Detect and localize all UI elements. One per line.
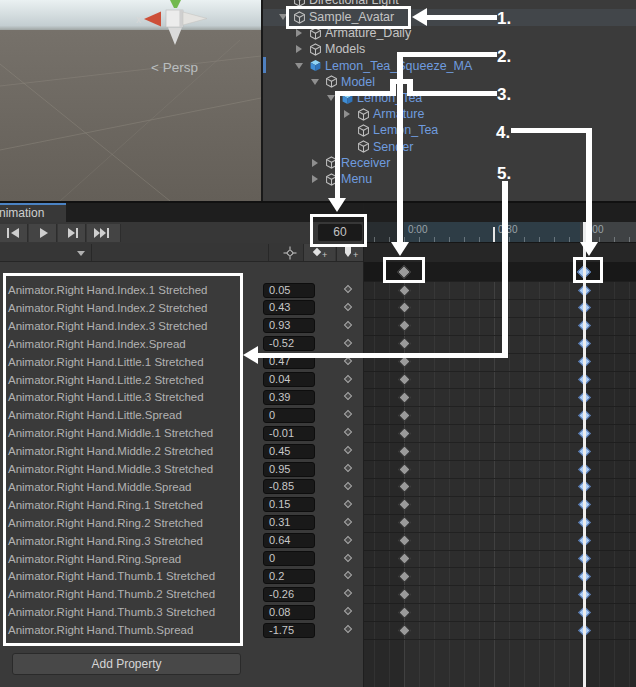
keyframe-toggle-icon[interactable]	[344, 446, 352, 454]
annotation-line-2h	[397, 52, 497, 57]
property-value-field[interactable]: 0.45	[263, 444, 315, 459]
play-button[interactable]	[29, 224, 57, 242]
hierarchy-item-sender[interactable]: Sender	[263, 139, 636, 155]
property-value-field[interactable]: -1.75	[263, 623, 315, 638]
expand-arrow-icon[interactable]	[344, 110, 350, 118]
tab-animation[interactable]: Animation	[0, 205, 66, 222]
hierarchy-item-label: Sender	[373, 139, 413, 155]
play-icon	[35, 225, 53, 241]
property-value-field[interactable]: 0.08	[263, 605, 315, 620]
timeline-ruler[interactable]: 0:000:301:00	[364, 222, 636, 243]
property-value-field[interactable]: 0	[263, 408, 315, 423]
hierarchy-item-model[interactable]: Model	[263, 74, 636, 90]
annotation-box-sample-avatar	[286, 6, 411, 29]
gridline	[494, 262, 495, 687]
keyframe-toggle-icon[interactable]	[344, 500, 352, 508]
scene-orientation-gizmo[interactable]: x	[130, 0, 220, 58]
clip-dropdown[interactable]	[0, 243, 91, 261]
keyframe-toggle-icon[interactable]	[344, 571, 352, 579]
property-value-field[interactable]: -0.52	[263, 336, 315, 351]
go-to-last-frame-button[interactable]	[87, 224, 121, 242]
property-value-field[interactable]: 0.43	[263, 300, 315, 315]
hierarchy-item-lemon-tea-squeeze-ma[interactable]: Lemon_Tea_Squeeze_MA	[263, 58, 636, 74]
expand-arrow-icon[interactable]	[312, 175, 318, 183]
annotation-line-4h	[511, 128, 592, 133]
svg-text:+: +	[353, 250, 358, 260]
ruler-label: 0:00	[408, 224, 427, 235]
add-property-button[interactable]: Add Property	[12, 653, 241, 675]
annotation-arrowhead-2	[391, 242, 409, 256]
property-value-field[interactable]: -0.26	[263, 587, 315, 602]
collapse-arrow-icon[interactable]	[311, 79, 319, 85]
gridline	[554, 262, 555, 687]
hierarchy-panel: Directional LightSample_AvatarArmature_D…	[263, 0, 636, 201]
keyframe-toggle-icon[interactable]	[344, 356, 352, 364]
annotation-arrowhead-1	[412, 8, 427, 26]
annotation-line-5v	[502, 181, 508, 358]
expand-arrow-icon[interactable]	[296, 45, 302, 53]
keyframe-toggle-icon[interactable]	[344, 392, 352, 400]
property-value-field[interactable]: 0.05	[263, 283, 315, 298]
keyframe-toggle-icon[interactable]	[344, 482, 352, 490]
annotation-box-frame-field	[310, 214, 367, 247]
gridline	[524, 262, 525, 687]
property-value-field[interactable]: -0.01	[263, 426, 315, 441]
keyframe-toggle-icon[interactable]	[344, 303, 352, 311]
property-value-field[interactable]: 0.93	[263, 318, 315, 333]
tab-animation-label: Animation	[0, 206, 44, 220]
annotation-arrowhead-3	[328, 198, 346, 212]
keyframe-toggle-icon[interactable]	[344, 589, 352, 597]
property-value-field[interactable]: 0.04	[263, 372, 315, 387]
ruler-label: 0:30	[498, 224, 517, 235]
property-value-field[interactable]: 0.95	[263, 462, 315, 477]
expand-arrow-icon[interactable]	[296, 29, 302, 37]
post-clip-shade	[585, 262, 636, 687]
keyframe-toggle-icon[interactable]	[344, 625, 352, 633]
property-value-field[interactable]: 0	[263, 551, 315, 566]
property-value-field[interactable]: 0.2	[263, 569, 315, 584]
annotation-arrowhead-5	[243, 346, 258, 364]
scene-view[interactable]: x < Persp	[0, 0, 261, 201]
go-to-first-frame-button[interactable]	[0, 224, 28, 242]
go-to-last-frame-icon	[92, 225, 114, 241]
hierarchy-item-menu[interactable]: Menu	[263, 171, 636, 187]
property-value-field[interactable]: 0.64	[263, 533, 315, 548]
annotation-line-3v	[335, 91, 341, 199]
keyframe-toggle-icon[interactable]	[344, 535, 352, 543]
annotation-box-start-keyframe	[383, 257, 425, 283]
keyframe-toggle-icon[interactable]	[344, 374, 352, 382]
gridline	[449, 262, 450, 687]
chevron-down-icon	[77, 251, 85, 256]
hierarchy-item-label: Models	[325, 41, 365, 57]
next-frame-button[interactable]	[58, 224, 86, 242]
keyframe-toggle-icon[interactable]	[344, 464, 352, 472]
keyframe-toggle-icon[interactable]	[344, 553, 352, 561]
gameobject-cube-icon	[357, 140, 370, 153]
expand-arrow-icon[interactable]	[312, 159, 318, 167]
gameobject-cube-icon	[325, 75, 338, 88]
property-value-field[interactable]: 0.39	[263, 390, 315, 405]
panel-divider[interactable]	[363, 203, 364, 687]
gridline	[419, 262, 420, 687]
gridline	[569, 262, 570, 687]
keyframe-toggle-icon[interactable]	[344, 410, 352, 418]
perspective-label[interactable]: < Persp	[151, 60, 198, 75]
property-value-field[interactable]: 0.31	[263, 515, 315, 530]
hierarchy-item-receiver[interactable]: Receiver	[263, 155, 636, 171]
property-value-field[interactable]: -0.85	[263, 479, 315, 494]
prefab-cube-icon	[309, 59, 322, 72]
keyframe-toggle-icon[interactable]	[344, 285, 352, 293]
annotation-line-5h	[258, 353, 508, 358]
collapse-arrow-icon[interactable]	[295, 63, 303, 69]
hierarchy-item-label: Receiver	[341, 155, 390, 171]
property-value-field[interactable]: 0.15	[263, 497, 315, 512]
keyframe-toggle-icon[interactable]	[344, 428, 352, 436]
keyframe-toggle-icon[interactable]	[344, 517, 352, 525]
keyframe-toggle-icon[interactable]	[344, 607, 352, 615]
panel-splitter[interactable]	[261, 0, 263, 201]
keyframe-toggle-icon[interactable]	[344, 321, 352, 329]
hierarchy-item-armature[interactable]: Armature	[263, 106, 636, 122]
keyframe-toggle-icon[interactable]	[344, 338, 352, 346]
playhead[interactable]	[583, 222, 586, 687]
dopesheet[interactable]	[364, 262, 636, 687]
